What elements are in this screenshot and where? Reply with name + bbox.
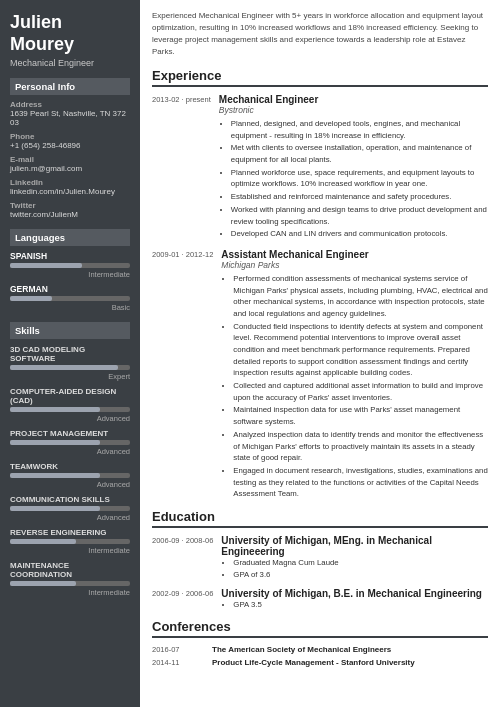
job-bullets: Performed condition assessments of mecha… [221, 273, 488, 500]
skills-title: Skills [10, 322, 130, 339]
address-label: Address [10, 100, 130, 109]
main-content: Experienced Mechanical Engineer with 5+ … [140, 0, 500, 707]
twitter-label: Twitter [10, 201, 130, 210]
job-org: Bystronic [219, 105, 488, 115]
edu-bullets: GPA 3.5 [221, 599, 488, 611]
job-entry: 2009-01 · 2012-12 Assistant Mechanical E… [152, 249, 488, 501]
skill-level: Expert [10, 372, 130, 381]
skill-bar-fill [10, 581, 76, 586]
language-level: Intermediate [10, 270, 130, 279]
skill-bar-fill [10, 365, 118, 370]
skill-item: COMMUNICATION SKILLS Advanced [10, 495, 130, 522]
edu-title: University of Michigan, MEng. in Mechani… [221, 535, 488, 557]
language-item: SPANISH Intermediate [10, 251, 130, 279]
skill-name: MAINTENANCE COORDINATION [10, 561, 130, 579]
phone-value: +1 (654) 258-46896 [10, 141, 130, 150]
skill-bar-fill [10, 440, 100, 445]
skill-bar-fill [10, 473, 100, 478]
linkedin-value: linkedin.com/in/Julien.Mourey [10, 187, 130, 196]
job-entry: 2013-02 · present Mechanical Engineer By… [152, 94, 488, 241]
edu-dates: 2002-09 · 2006-06 [152, 588, 213, 611]
full-name: JulienMourey [10, 12, 130, 55]
skill-item: TEAMWORK Advanced [10, 462, 130, 489]
bullet-item: Established and reinforced maintenance a… [231, 191, 488, 203]
bullet-item: Conducted field inspections to identify … [233, 321, 488, 379]
personal-info-section: Personal Info Address 1639 Pearl St, Nas… [10, 78, 130, 219]
job-title-text: Assistant Mechanical Engineer [221, 249, 488, 260]
skill-level: Advanced [10, 447, 130, 456]
skill-name: COMMUNICATION SKILLS [10, 495, 130, 504]
bullet-item: Engaged in document research, investigat… [233, 465, 488, 500]
bullet-item: Maintained inspection data for use with … [233, 404, 488, 427]
conference-title: The American Society of Mechanical Engin… [212, 645, 391, 654]
skill-bar-fill [10, 506, 100, 511]
language-bar-bg [10, 296, 130, 301]
edu-bullet: GPA 3.5 [233, 599, 488, 611]
skill-bar-bg [10, 365, 130, 370]
twitter-value: twitter.com/JulienM [10, 210, 130, 219]
skill-item: 3D CAD MODELING SOFTWARE Expert [10, 345, 130, 381]
conferences-header: Conferences [152, 619, 488, 638]
skill-bar-bg [10, 473, 130, 478]
skill-name: TEAMWORK [10, 462, 130, 471]
skill-item: MAINTENANCE COORDINATION Intermediate [10, 561, 130, 597]
job-org: Michigan Parks [221, 260, 488, 270]
language-item: GERMAN Basic [10, 284, 130, 312]
skill-bar-bg [10, 506, 130, 511]
language-bar-bg [10, 263, 130, 268]
phone-label: Phone [10, 132, 130, 141]
skill-name: 3D CAD MODELING SOFTWARE [10, 345, 130, 363]
skill-name: PROJECT MANAGEMENT [10, 429, 130, 438]
languages-title: Languages [10, 229, 130, 246]
language-name: SPANISH [10, 251, 130, 261]
edu-bullets: Graduated Magna Cum LaudeGPA of 3.6 [221, 557, 488, 580]
edu-title: University of Michigan, B.E. in Mechanic… [221, 588, 488, 599]
edu-content: University of Michigan, B.E. in Mechanic… [221, 588, 488, 611]
conference-entry: 2016-07 The American Society of Mechanic… [152, 645, 488, 654]
conference-date: 2014-11 [152, 658, 204, 667]
skill-level: Advanced [10, 414, 130, 423]
linkedin-label: LinkedIn [10, 178, 130, 187]
sidebar: JulienMourey Mechanical Engineer Persona… [0, 0, 140, 707]
bullet-item: Analyzed inspection data to identify tre… [233, 429, 488, 464]
email-label: E-mail [10, 155, 130, 164]
education-header: Education [152, 509, 488, 528]
job-dates: 2009-01 · 2012-12 [152, 249, 213, 501]
language-bar-fill [10, 263, 82, 268]
skill-bar-bg [10, 440, 130, 445]
bullet-item: Collected and captured additional asset … [233, 380, 488, 403]
bullet-item: Planned, designed, and developed tools, … [231, 118, 488, 141]
conference-date: 2016-07 [152, 645, 204, 654]
email-value: julien.m@gmail.com [10, 164, 130, 173]
skill-level: Advanced [10, 480, 130, 489]
edu-entry: 2006-09 · 2008-06 University of Michigan… [152, 535, 488, 580]
bullet-item: Performed condition assessments of mecha… [233, 273, 488, 320]
skill-item: PROJECT MANAGEMENT Advanced [10, 429, 130, 456]
job-bullets: Planned, designed, and developed tools, … [219, 118, 488, 240]
languages-section: Languages SPANISH Intermediate GERMAN Ba… [10, 229, 130, 312]
personal-info-title: Personal Info [10, 78, 130, 95]
skill-bar-fill [10, 407, 100, 412]
intro-paragraph: Experienced Mechanical Engineer with 5+ … [152, 10, 488, 58]
edu-bullet: GPA of 3.6 [233, 569, 488, 581]
edu-entry: 2002-09 · 2006-06 University of Michigan… [152, 588, 488, 611]
skill-level: Intermediate [10, 588, 130, 597]
skill-name: REVERSE ENGINEERING [10, 528, 130, 537]
name-block: JulienMourey Mechanical Engineer [10, 12, 130, 68]
skill-bar-bg [10, 539, 130, 544]
experience-header: Experience [152, 68, 488, 87]
edu-bullet: Graduated Magna Cum Laude [233, 557, 488, 569]
edu-dates: 2006-09 · 2008-06 [152, 535, 213, 580]
skill-bar-fill [10, 539, 76, 544]
conference-entry: 2014-11 Product Life-Cycle Management - … [152, 658, 488, 667]
job-content: Mechanical Engineer Bystronic Planned, d… [219, 94, 488, 241]
language-level: Basic [10, 303, 130, 312]
skill-level: Advanced [10, 513, 130, 522]
language-bar-fill [10, 296, 52, 301]
bullet-item: Planned workforce use, space requirement… [231, 167, 488, 190]
job-title: Mechanical Engineer [10, 58, 130, 68]
job-dates: 2013-02 · present [152, 94, 211, 241]
bullet-item: Met with clients to oversee installation… [231, 142, 488, 165]
skill-bar-bg [10, 581, 130, 586]
skill-bar-bg [10, 407, 130, 412]
